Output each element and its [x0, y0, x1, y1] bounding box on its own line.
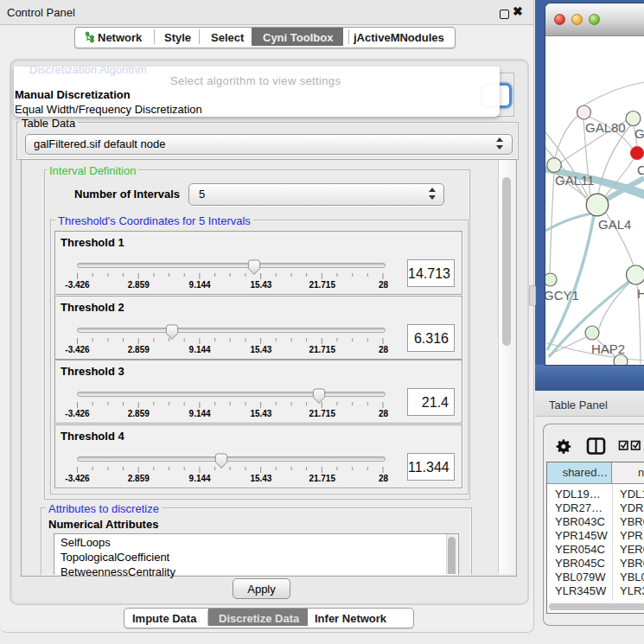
svg-text:C: C — [637, 163, 644, 177]
svg-text:H: H — [637, 286, 644, 301]
svg-text:GAL11: GAL11 — [555, 173, 595, 188]
svg-text:GAL80: GAL80 — [585, 120, 626, 135]
svg-text:GCY1: GCY1 — [545, 288, 579, 303]
svg-text:GAL4: GAL4 — [598, 217, 631, 232]
svg-text:GA: GA — [634, 126, 644, 141]
svg-text:HAP2: HAP2 — [591, 341, 625, 356]
